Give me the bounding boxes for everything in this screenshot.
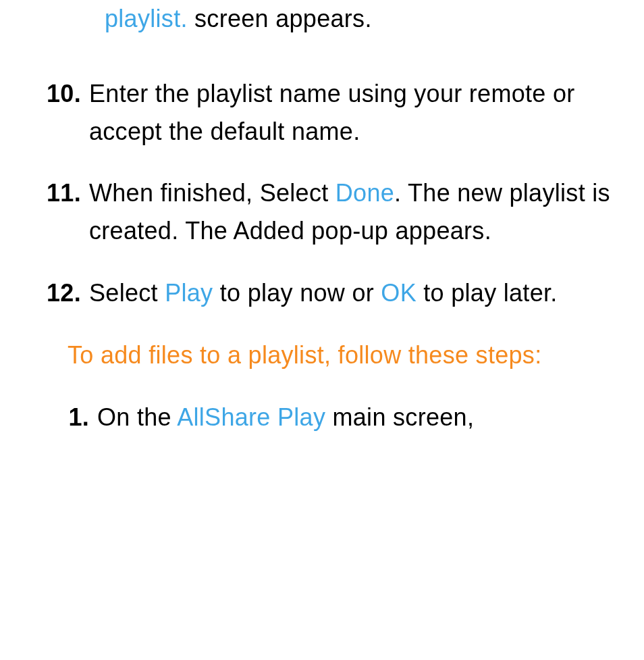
step-content: When finished, Select Done. The new play…: [89, 174, 617, 250]
step-10: 10. Enter the playlist name using your r…: [41, 75, 617, 151]
allshare-play-link[interactable]: AllShare Play: [177, 403, 325, 431]
play-link[interactable]: Play: [165, 279, 213, 307]
text: Enter the playlist name using your remot…: [89, 80, 575, 145]
text: When finished, Select: [89, 179, 336, 207]
ok-link[interactable]: OK: [381, 279, 417, 307]
step-content: Select Play to play now or OK to play la…: [89, 274, 617, 312]
playlist-link[interactable]: playlist.: [105, 5, 188, 32]
step-12: 12. Select Play to play now or OK to pla…: [41, 274, 617, 312]
step-content: Enter the playlist name using your remot…: [89, 75, 617, 151]
sub-steps: 1. On the AllShare Play main screen,: [41, 399, 617, 436]
substep-1: 1. On the AllShare Play main screen,: [59, 399, 617, 436]
section-heading: To add files to a playlist, follow these…: [41, 336, 617, 374]
manual-page: playlist. screen appears. 10. Enter the …: [0, 0, 644, 436]
text: Select: [89, 279, 165, 307]
prev-step-fragment: playlist. screen appears.: [41, 0, 617, 38]
text: On the: [97, 403, 177, 431]
step-11: 11. When finished, Select Done. The new …: [41, 174, 617, 250]
step-number: 12.: [41, 274, 89, 312]
step-number: 10.: [41, 75, 89, 151]
done-link[interactable]: Done: [336, 179, 394, 207]
step-content: On the AllShare Play main screen,: [97, 399, 617, 436]
fragment-tail: screen appears.: [188, 5, 372, 32]
text: to play later.: [417, 279, 558, 307]
step-number: 11.: [41, 174, 89, 250]
text: to play now or: [213, 279, 381, 307]
text: main screen,: [325, 403, 474, 431]
step-number: 1.: [59, 399, 97, 436]
